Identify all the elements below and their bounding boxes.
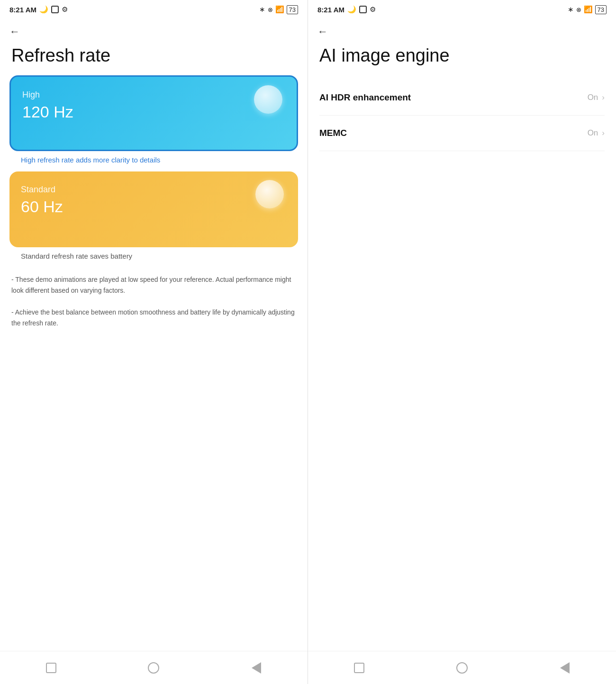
memc-chevron: › (602, 128, 605, 138)
left-note-2: - Achieve the best balance between motio… (11, 307, 296, 329)
left-page-title: Refresh rate (0, 41, 308, 75)
ai-hdr-label: AI HDR enhancement (319, 92, 411, 103)
high-card-desc: High refresh rate adds more clarity to d… (9, 151, 298, 164)
battery-icon-right: 73 (595, 5, 607, 14)
right-panel: 8:21 AM 🌙 ⚙ ∗ ⊗ 📶 73 ← AI image engine A… (308, 0, 616, 684)
right-nav-home[interactable] (455, 661, 469, 675)
left-status-left: 8:21 AM 🌙 ⚙ (9, 5, 68, 14)
high-card-circle (254, 85, 282, 114)
standard-card-circle (255, 180, 284, 208)
gear-icon-right: ⚙ (370, 5, 376, 14)
moon-icon-right: 🌙 (347, 5, 356, 14)
left-nav-home[interactable] (146, 661, 161, 675)
settings-item-memc[interactable]: MEMC On › (319, 116, 605, 151)
battery-icon-left: 73 (287, 5, 298, 14)
right-square-nav-icon (354, 663, 364, 673)
square-nav-icon (46, 663, 56, 673)
left-bottom-nav (0, 651, 308, 684)
right-status-left: 8:21 AM 🌙 ⚙ (317, 5, 376, 14)
standard-rate-card[interactable]: Standard 60 Hz (9, 171, 298, 247)
square-icon-left (51, 6, 59, 13)
memc-label: MEMC (319, 128, 347, 138)
right-nav-square[interactable] (352, 661, 366, 675)
circle-nav-icon (148, 662, 159, 674)
right-bottom-nav (308, 651, 616, 684)
left-status-right: ∗ ⊗ 📶 73 (259, 5, 298, 14)
standard-card-label: Standard (21, 185, 287, 195)
settings-item-ai-hdr[interactable]: AI HDR enhancement On › (319, 80, 605, 116)
standard-card-desc: Standard refresh rate saves battery (9, 247, 298, 260)
ai-hdr-value: On (588, 93, 598, 102)
gear-icon-left: ⚙ (62, 5, 68, 14)
left-notes: - These demo animations are played at lo… (0, 260, 308, 329)
bluetooth-icon-left: ∗ (259, 5, 265, 14)
left-note-1: - These demo animations are played at lo… (11, 274, 296, 296)
ai-hdr-chevron: › (602, 93, 605, 102)
x-circle-icon-left: ⊗ (268, 6, 273, 13)
settings-list: AI HDR enhancement On › MEMC On › (308, 80, 616, 151)
high-card-label: High (22, 90, 285, 100)
right-status-bar: 8:21 AM 🌙 ⚙ ∗ ⊗ 📶 73 (308, 0, 616, 19)
left-panel: 8:21 AM 🌙 ⚙ ∗ ⊗ 📶 73 ← Refresh rate High… (0, 0, 308, 684)
memc-right: On › (588, 128, 605, 138)
moon-icon: 🌙 (39, 5, 48, 14)
x-circle-icon-right: ⊗ (576, 6, 581, 13)
right-page-title: AI image engine (308, 41, 616, 75)
right-triangle-nav-icon (560, 662, 570, 674)
left-status-bar: 8:21 AM 🌙 ⚙ ∗ ⊗ 📶 73 (0, 0, 308, 19)
right-nav-back[interactable] (558, 661, 572, 675)
right-time: 8:21 AM (317, 6, 344, 14)
left-time: 8:21 AM (9, 6, 36, 14)
wifi-icon-right: 📶 (584, 5, 593, 14)
left-nav-square[interactable] (44, 661, 58, 675)
wifi-icon-left: 📶 (275, 5, 284, 14)
right-circle-nav-icon (456, 662, 468, 674)
ai-hdr-right: On › (588, 93, 605, 102)
square-icon-right (359, 6, 367, 13)
standard-card-hz: 60 Hz (21, 198, 287, 216)
left-back-button[interactable]: ← (0, 19, 308, 41)
triangle-nav-icon (252, 662, 261, 674)
right-status-right: ∗ ⊗ 📶 73 (568, 5, 607, 14)
left-nav-back[interactable] (249, 661, 263, 675)
right-back-button[interactable]: ← (308, 19, 616, 41)
high-rate-card[interactable]: High 120 Hz (9, 75, 298, 151)
bluetooth-icon-right: ∗ (568, 5, 574, 14)
memc-value: On (588, 128, 598, 138)
high-card-hz: 120 Hz (22, 103, 285, 121)
cards-container: High 120 Hz High refresh rate adds more … (0, 75, 308, 260)
